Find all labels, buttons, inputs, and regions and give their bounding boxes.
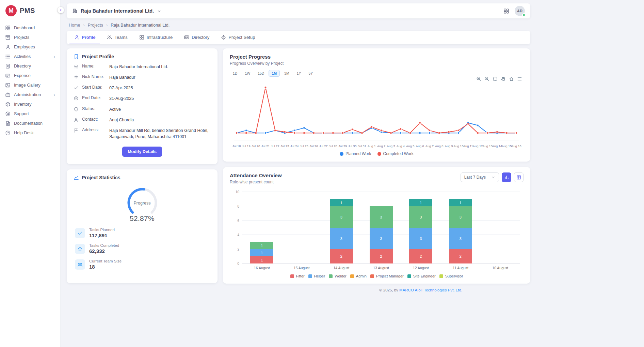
sidebar-item-inventory[interactable]: Inventory <box>0 100 60 109</box>
attendance-overview-card: Attendance Overview Role-wise present co… <box>223 167 530 284</box>
avatar[interactable]: AD <box>515 6 525 16</box>
sidebar-item-support[interactable]: Support <box>0 109 60 119</box>
avatar-initials: AD <box>517 9 522 13</box>
tab-profile[interactable]: Profile <box>69 31 100 44</box>
apps-grid-icon[interactable] <box>503 8 509 14</box>
bar-segment-welder: 3 <box>449 206 472 228</box>
stat-value: 18 <box>89 264 122 270</box>
svg-text:Aug 7: Aug 7 <box>425 145 434 148</box>
bookmark-icon <box>74 54 79 59</box>
bar-column[interactable]: 2331 <box>449 199 472 263</box>
legend-item[interactable]: Fitter <box>290 274 305 278</box>
directory-icon <box>5 63 11 69</box>
range-5y[interactable]: 5Y <box>305 70 316 77</box>
tab-project-setup[interactable]: Project Setup <box>216 31 260 44</box>
chevron-down-icon <box>157 9 161 13</box>
x-axis-label: 13 August <box>361 266 401 270</box>
zoom-in-icon[interactable] <box>476 76 481 81</box>
bar-segment-welder: 3 <box>409 206 432 228</box>
tab-teams[interactable]: Teams <box>102 31 132 44</box>
svg-text:Jul 19: Jul 19 <box>242 145 251 148</box>
sidebar-item-dashboard[interactable]: Dashboard <box>0 23 60 33</box>
legend-item[interactable]: Project Manager <box>370 274 404 278</box>
bar-column[interactable]: 111 <box>250 242 273 263</box>
gear-icon <box>74 64 79 69</box>
tab-directory[interactable]: Directory <box>179 31 214 44</box>
table-view-toggle[interactable] <box>514 172 524 182</box>
range-1d[interactable]: 1D <box>230 70 240 77</box>
project-selector-label: Raja Bahadur International Ltd. <box>81 8 154 14</box>
svg-text:Aug 10: Aug 10 <box>453 145 463 148</box>
bar-segment-welder: 3 <box>330 206 353 228</box>
field-label: Nick Name: <box>82 74 106 79</box>
tab-infrastructure[interactable]: Infrastructure <box>134 31 178 44</box>
field-value: Active <box>109 106 121 112</box>
breadcrumb-projects[interactable]: Projects <box>88 23 103 28</box>
home-icon[interactable] <box>509 76 514 81</box>
projects-icon <box>5 35 11 40</box>
bar-view-toggle[interactable] <box>502 172 511 182</box>
sidebar-item-documentation[interactable]: Documentation <box>0 119 60 128</box>
sidebar-item-label: Help Desk <box>14 131 34 135</box>
bar-column[interactable]: 2331 <box>330 199 353 263</box>
range-1w[interactable]: 1W <box>242 70 253 77</box>
project-selector[interactable]: Raja Bahadur International Ltd. <box>72 8 161 14</box>
support-icon <box>5 111 11 117</box>
footer-text: © 2025, by <box>379 288 399 292</box>
bar-segment-helper: 3 <box>330 228 353 249</box>
range-3m[interactable]: 3M <box>281 70 292 77</box>
y-axis-label: 8 <box>232 205 239 208</box>
legend-item[interactable]: Helper <box>308 274 325 278</box>
legend-marker <box>329 274 333 278</box>
svg-text:Aug 5: Aug 5 <box>406 145 414 148</box>
sidebar-item-activities[interactable]: Activities › <box>0 52 60 61</box>
legend-item[interactable]: Welder <box>329 274 347 278</box>
pan-icon[interactable] <box>501 76 506 81</box>
profile-field-status: Status: Active <box>74 106 211 112</box>
zoom-out-icon[interactable] <box>484 76 489 81</box>
project-progress-chart: Jul 18Jul 19Jul 20Jul 21Jul 22Jul 23Jul … <box>230 80 523 150</box>
sidebar-item-image-gallery[interactable]: Image Gallery <box>0 80 60 90</box>
dashboard-icon <box>5 25 11 31</box>
bar-column[interactable]: 233 <box>370 206 393 263</box>
svg-text:Aug 13: Aug 13 <box>482 145 492 148</box>
legend-item[interactable]: Admin <box>350 274 367 278</box>
range-15d[interactable]: 15D <box>255 70 267 77</box>
sidebar-item-expense[interactable]: Expense <box>0 71 60 80</box>
sidebar-item-projects[interactable]: Projects <box>0 33 60 42</box>
progress-gauge-wrap: Progress <box>122 186 163 216</box>
sidebar-item-label: Activities <box>14 55 31 59</box>
sidebar-collapse-button[interactable]: ‹ <box>58 7 64 13</box>
attendance-bar-plot: 0246810111233123323312331 <box>242 192 520 263</box>
date-range-select[interactable]: Last 7 Days <box>461 172 499 182</box>
sidebar-item-help-desk[interactable]: Help Desk <box>0 128 60 138</box>
sidebar-item-employees[interactable]: Employees <box>0 42 60 52</box>
field-value: 07-Apr-2025 <box>109 85 133 91</box>
modify-details-button[interactable]: Modify Details <box>122 147 162 157</box>
legend-marker <box>370 274 374 278</box>
grid-icon <box>139 35 144 40</box>
legend-item[interactable]: Completed Work <box>377 151 414 156</box>
table-icon <box>516 175 521 180</box>
legend-marker <box>290 274 294 278</box>
svg-text:Aug 3: Aug 3 <box>387 145 395 148</box>
legend-item[interactable]: Supervisor <box>439 274 463 278</box>
range-1m[interactable]: 1M <box>269 70 280 77</box>
brand[interactable]: M PMS <box>0 0 60 20</box>
svg-text:Jul 23: Jul 23 <box>280 145 289 148</box>
sidebar-item-directory[interactable]: Directory <box>0 61 60 71</box>
breadcrumb-home[interactable]: Home <box>69 23 80 28</box>
footer-company-link[interactable]: MARCO AIoT Technologies Pvt. Ltd. <box>399 288 462 292</box>
svg-text:Jul 28: Jul 28 <box>329 145 337 148</box>
menu-icon[interactable] <box>517 76 522 81</box>
legend-item[interactable]: Planned Work <box>340 151 371 156</box>
legend-item[interactable]: Site Engineer <box>407 274 436 278</box>
selection-zoom-icon[interactable] <box>493 76 498 81</box>
chevron-right-icon: › <box>106 22 108 28</box>
top-header: Raja Bahadur International Ltd. AD <box>67 3 530 18</box>
bar-column[interactable]: 2331 <box>409 199 432 263</box>
chevron-down-icon <box>491 175 495 179</box>
sidebar-item-administration[interactable]: Administration › <box>0 90 60 100</box>
bar-segment-helper: 3 <box>409 228 432 249</box>
range-1y[interactable]: 1Y <box>294 70 304 77</box>
